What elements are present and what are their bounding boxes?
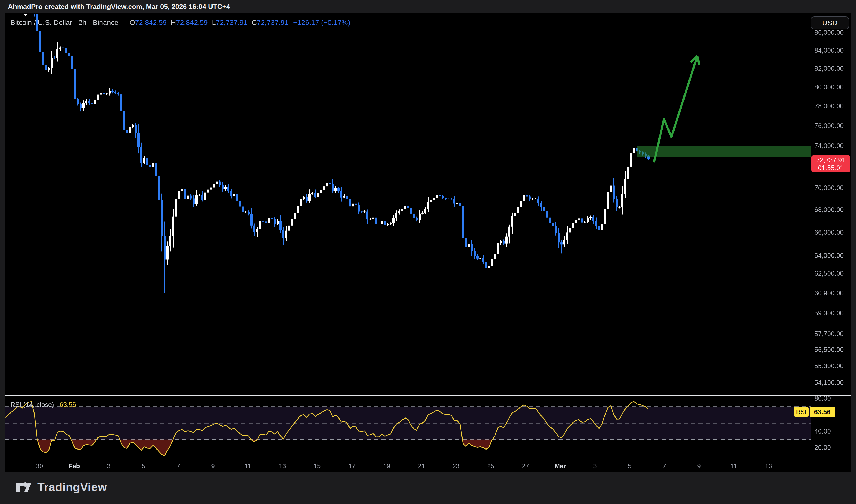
change-value: −126.17 (−0.17%) <box>293 19 350 27</box>
tradingview-brand[interactable]: TradingView <box>15 481 107 494</box>
attribution-text: AhmadPro created with TradingView.com, M… <box>8 0 230 13</box>
price-axis-label: 80,000.00 <box>815 84 854 91</box>
time-axis-label: 9 <box>697 463 701 470</box>
attribution-bar: AhmadPro created with TradingView.com, M… <box>0 0 856 13</box>
time-axis-label: 15 <box>314 463 321 470</box>
price-axis-label: 74,000.00 <box>815 142 854 150</box>
footer-bar: TradingView <box>0 472 856 504</box>
price-axis-label: 64,000.00 <box>815 252 854 259</box>
rsi-axis-label: 80.00 <box>815 395 854 402</box>
price-axis-label: 76,000.00 <box>815 122 854 130</box>
time-axis-label: 23 <box>452 463 460 470</box>
currency-usd-button[interactable]: USD <box>811 16 849 30</box>
price-axis-label: 66,000.00 <box>815 229 854 236</box>
time-axis-label: 30 <box>36 463 43 470</box>
price-axis-label: 54,100.00 <box>815 379 854 386</box>
time-axis-label: 17 <box>348 463 356 470</box>
time-axis-label: Feb <box>69 463 80 470</box>
low-label: L <box>212 19 216 27</box>
time-axis-label: 9 <box>211 463 215 470</box>
rsi-axis-label: 40.00 <box>815 428 854 435</box>
time-axis-label: 19 <box>383 463 390 470</box>
rsi-legend-label[interactable]: RSI (14, close) <box>11 401 54 408</box>
time-axis-label: Mar <box>555 463 566 470</box>
price-axis-label: 70,000.00 <box>815 184 854 192</box>
symbol-title[interactable]: Bitcoin / U.S. Dollar · 2h · Binance <box>11 19 119 27</box>
time-axis-label: 13 <box>765 463 772 470</box>
high-label: H <box>171 19 176 27</box>
price-axis-label: 60,900.00 <box>815 289 854 297</box>
close-value: 72,737.91 <box>257 19 288 27</box>
close-label: C <box>252 19 257 27</box>
time-axis-label: 13 <box>279 463 286 470</box>
low-value: 72,737.91 <box>216 19 247 27</box>
time-axis-label: 27 <box>522 463 529 470</box>
time-axis-label: 11 <box>731 463 737 470</box>
time-axis-label: 11 <box>245 463 251 470</box>
symbol-info-row: Bitcoin / U.S. Dollar · 2h · Binance O 7… <box>11 17 350 28</box>
tradingview-screenshot: AhmadPro created with TradingView.com, M… <box>0 0 856 504</box>
price-axis-label: 56,500.00 <box>815 346 854 354</box>
time-axis-label: 5 <box>628 463 631 470</box>
price-axis-label: 62,500.00 <box>815 270 854 277</box>
rsi-legend-value: 63.56 <box>59 401 76 408</box>
time-axis-label: 21 <box>418 463 425 470</box>
price-axis-label: 78,000.00 <box>815 102 854 110</box>
time-axis-label: 25 <box>487 463 494 470</box>
price-axis-label: 68,000.00 <box>815 206 854 214</box>
price-axis-label: 57,700.00 <box>815 330 854 338</box>
time-axis-label: 7 <box>663 463 666 470</box>
last-price-badge: 72,737.91 01:55:01 <box>811 156 850 172</box>
rsi-value-badge: 63.56 <box>810 407 835 417</box>
time-axis-label: 3 <box>107 463 110 470</box>
last-price-value: 72,737.91 <box>811 156 850 164</box>
price-axis-label: 84,000.00 <box>815 47 854 54</box>
rsi-legend: RSI (14, close) 63.56 <box>11 401 76 409</box>
price-axis-label: 59,300.00 <box>815 309 854 317</box>
price-axis-label: 86,000.00 <box>815 29 854 36</box>
rsi-badge: RSI <box>794 407 809 417</box>
price-axis-label: 55,300.00 <box>815 362 854 370</box>
tradingview-logo-icon <box>15 481 32 493</box>
price-axis-label: 82,000.00 <box>815 65 854 72</box>
time-axis-label: 5 <box>142 463 145 470</box>
bar-countdown: 01:55:01 <box>811 164 850 172</box>
time-axis-label: 3 <box>593 463 597 470</box>
time-axis-label: 7 <box>176 463 180 470</box>
open-label: O <box>130 19 135 27</box>
price-chart-canvas[interactable] <box>0 0 856 504</box>
tradingview-wordmark: TradingView <box>37 481 107 494</box>
open-value: 72,842.59 <box>135 19 167 27</box>
rsi-axis-label: 20.00 <box>815 444 854 451</box>
high-value: 72,842.59 <box>176 19 208 27</box>
